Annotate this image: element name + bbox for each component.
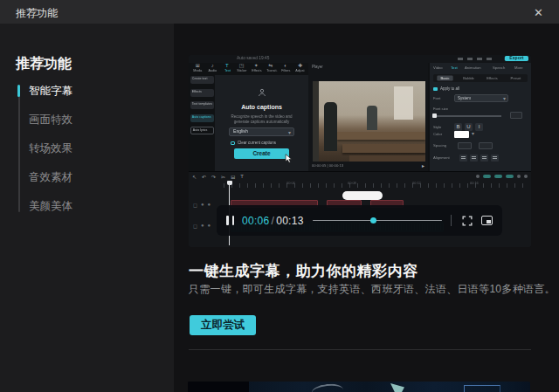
chevron-down-icon: ▾ xyxy=(288,129,291,135)
font-label: Font xyxy=(433,96,440,100)
ruler-tick: 00:04 xyxy=(286,182,295,185)
props-tab: Video xyxy=(433,65,443,69)
properties-tabs: Video Text Animation Speech More xyxy=(433,65,529,71)
titlebar: 推荐功能 ✕ xyxy=(0,0,559,24)
timeline-toolbar: ↖ ↶ ↷ ✂ ⊟ T xyxy=(192,174,244,180)
undo-icon: ↶ xyxy=(202,174,206,180)
sidebar-item-sound-effects[interactable]: 音效素材 xyxy=(0,163,174,192)
sidebar-item-label: 智能字幕 xyxy=(29,85,72,97)
audio-tab: ♪Audio xyxy=(205,63,220,75)
person-capture-icon xyxy=(257,87,267,98)
spacing-value-box xyxy=(479,142,493,149)
checkbox-icon xyxy=(231,141,235,146)
align-left-button xyxy=(459,155,467,162)
auto-captions-desc: Recognize speech in the video and xyxy=(226,114,296,119)
text-panel-list: Create text Effects Text templates Auto … xyxy=(190,76,214,140)
ruler-tick: 00:12 xyxy=(412,182,421,185)
close-icon[interactable]: ✕ xyxy=(530,4,547,21)
scene-pew xyxy=(349,155,425,162)
track-controls: ◻●● xyxy=(193,223,210,229)
dialog-title: 推荐功能 xyxy=(16,6,58,21)
color-label: Color xyxy=(433,132,442,135)
toggle-icon xyxy=(494,175,502,178)
mini-player-icon[interactable] xyxy=(481,216,493,225)
pause-icon[interactable] xyxy=(226,216,234,225)
recommended-features-dialog: 推荐功能 ✕ 推荐功能 智能字幕 画面特效 转场效果 音效素材 美颜美体 Aut… xyxy=(0,0,559,392)
chevron-down-icon: ▾ xyxy=(472,130,474,136)
sidebar-nav: 智能字幕 画面特效 转场效果 音效素材 美颜美体 xyxy=(0,77,174,221)
current-time: 00:06 xyxy=(242,215,270,227)
subtab: Bubble xyxy=(460,75,476,80)
separator xyxy=(451,215,452,226)
props-subtabs: Basic Bubble Effects Preset xyxy=(433,74,528,82)
align-justify-button xyxy=(491,155,499,162)
transition-icon: ⇆ xyxy=(264,63,279,69)
image-shape xyxy=(390,383,404,392)
spacing-value-box xyxy=(458,142,472,149)
feature-demo-video[interactable]: Auto saved 19:45 Export ⊞Media ♪Audio TT… xyxy=(189,55,531,247)
mic-icon xyxy=(476,175,480,178)
spacing-label: Spacing xyxy=(433,143,446,147)
delete-icon: ⊟ xyxy=(231,174,235,180)
sidebar-item-label: 音效素材 xyxy=(29,171,72,183)
effects-tab: ✦Effects xyxy=(249,63,264,75)
select-tool-icon: ↖ xyxy=(192,174,197,180)
sidebar-item-smart-captions[interactable]: 智能字幕 xyxy=(0,77,174,106)
speech-recognition-toast: Speech recognition xyxy=(342,191,383,200)
seek-slider[interactable] xyxy=(313,216,442,226)
sidebar-item-label: 美颜美体 xyxy=(29,200,72,212)
properties-panel: Video Text Animation Speech More Basic B… xyxy=(430,63,531,171)
effects-icon: ✦ xyxy=(249,63,264,69)
ruler-tick: 00:08 xyxy=(348,182,356,185)
feature-description: 只需一键，即可生成字幕，支持英语、西班牙语、法语、日语等10多种语言。 xyxy=(189,282,556,297)
audio-icon: ♪ xyxy=(205,63,220,69)
align-right-button xyxy=(480,155,488,162)
sidebar-item-visual-effects[interactable]: 画面特效 xyxy=(0,106,174,134)
image-shape xyxy=(311,382,343,392)
image-shape xyxy=(464,385,500,392)
snap-icon xyxy=(524,175,528,178)
ruler-tick: 00:16 xyxy=(470,182,479,185)
editor-topbar: Auto saved 19:45 Export xyxy=(189,55,531,63)
list-item: Auto lyrics xyxy=(190,127,214,134)
toggle-icon xyxy=(483,175,491,178)
export-button: Export xyxy=(505,56,528,61)
feature-headline: 一键生成字幕，助力你的精彩内容 xyxy=(189,261,418,281)
text-icon: T xyxy=(220,63,235,69)
adjust-tab: ✚Adjust xyxy=(293,63,307,75)
subtab: Preset xyxy=(507,75,523,80)
try-now-button[interactable]: 立即尝试 xyxy=(190,315,256,335)
track-controls: ◻●● xyxy=(193,202,210,208)
text-tab: TText xyxy=(220,63,235,75)
split-icon: ✂ xyxy=(221,174,225,180)
alignment-label: Alignment xyxy=(433,155,450,159)
sticker-icon: ◳ xyxy=(234,63,249,69)
section-divider xyxy=(189,349,531,350)
sidebar-heading: 推荐功能 xyxy=(16,55,72,73)
list-item-auto-captions: Auto captions xyxy=(190,114,214,122)
sidebar-item-beauty[interactable]: 美颜美体 xyxy=(0,192,174,221)
media-tab: ⊞Media xyxy=(190,63,205,75)
filters-icon: ◐ xyxy=(279,63,293,69)
fullscreen-icon[interactable] xyxy=(462,216,473,226)
editor-project-title: Auto saved 19:45 xyxy=(237,56,269,60)
create-button: Create xyxy=(234,148,289,159)
auto-captions-title: Auto captions xyxy=(215,104,308,110)
timeline-ruler xyxy=(224,183,528,188)
align-center-button xyxy=(470,155,478,162)
color-swatch-white xyxy=(454,131,469,138)
total-time: 00:13 xyxy=(276,215,304,227)
auto-captions-desc: generate captions automatically xyxy=(226,120,296,124)
seek-knob[interactable] xyxy=(370,217,376,224)
text-tool-icon: T xyxy=(240,174,244,180)
list-item: Text templates xyxy=(190,101,214,109)
video-frame-church-scene xyxy=(313,81,425,162)
bold-button: B xyxy=(454,123,462,131)
props-tab-text: Text xyxy=(451,65,458,69)
scene-person xyxy=(367,106,377,130)
sidebar-item-transitions[interactable]: 转场效果 xyxy=(0,134,174,163)
sidebar: 推荐功能 智能字幕 画面特效 转场效果 音效素材 美颜美体 xyxy=(0,24,174,392)
sticker-tab: ◳Sticker xyxy=(234,63,249,75)
chevron-down-icon: ▾ xyxy=(503,95,506,101)
filters-tab: ◐Filters xyxy=(279,63,293,75)
